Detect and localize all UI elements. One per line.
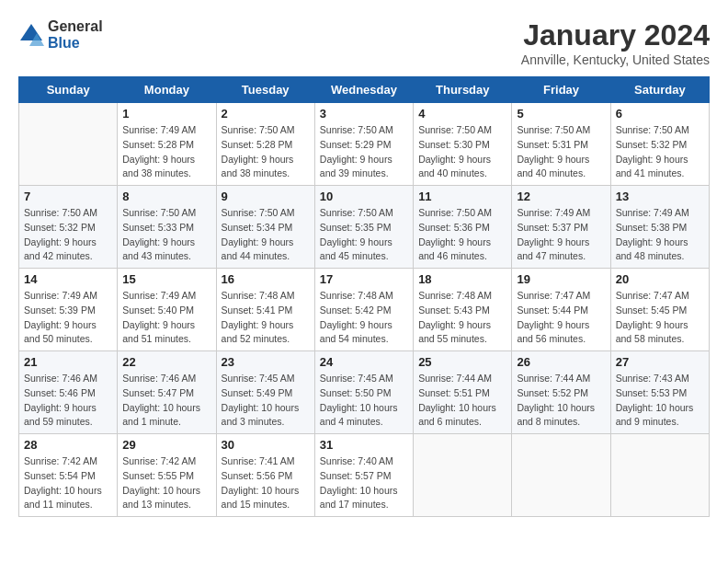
calendar-cell-w1-d5: 5Sunrise: 7:50 AM Sunset: 5:31 PM Daylig… [512, 103, 610, 186]
day-number: 10 [320, 190, 408, 203]
weekday-header-thursday: Thursday [414, 77, 512, 103]
day-info: Sunrise: 7:45 AM Sunset: 5:50 PM Dayligh… [320, 372, 408, 430]
day-number: 1 [122, 107, 210, 121]
logo-blue: Blue [48, 35, 80, 51]
calendar-cell-w5-d1: 29Sunrise: 7:42 AM Sunset: 5:55 PM Dayli… [118, 434, 216, 517]
day-info: Sunrise: 7:43 AM Sunset: 5:53 PM Dayligh… [616, 372, 704, 430]
calendar-cell-w3-d6: 20Sunrise: 7:47 AM Sunset: 5:45 PM Dayli… [610, 269, 709, 351]
day-info: Sunrise: 7:50 AM Sunset: 5:32 PM Dayligh… [616, 123, 704, 181]
calendar-cell-w1-d2: 2Sunrise: 7:50 AM Sunset: 5:28 PM Daylig… [216, 103, 314, 186]
day-info: Sunrise: 7:48 AM Sunset: 5:41 PM Dayligh… [222, 289, 310, 347]
calendar-cell-w4-d5: 26Sunrise: 7:44 AM Sunset: 5:52 PM Dayli… [512, 351, 610, 434]
calendar-body: 1Sunrise: 7:49 AM Sunset: 5:28 PM Daylig… [19, 103, 710, 517]
weekday-header-saturday: Saturday [610, 77, 709, 103]
weekday-header-monday: Monday [118, 77, 216, 103]
calendar-week-3: 14Sunrise: 7:49 AM Sunset: 5:39 PM Dayli… [19, 269, 710, 351]
calendar-cell-w5-d2: 30Sunrise: 7:41 AM Sunset: 5:56 PM Dayli… [216, 434, 314, 517]
calendar-week-5: 28Sunrise: 7:42 AM Sunset: 5:54 PM Dayli… [19, 434, 710, 517]
day-info: Sunrise: 7:49 AM Sunset: 5:38 PM Dayligh… [616, 206, 704, 264]
day-number: 20 [616, 272, 704, 286]
day-number: 31 [320, 438, 408, 452]
calendar-cell-w1-d6: 6Sunrise: 7:50 AM Sunset: 5:32 PM Daylig… [610, 103, 709, 186]
calendar-cell-w3-d1: 15Sunrise: 7:49 AM Sunset: 5:40 PM Dayli… [118, 269, 216, 351]
day-number: 28 [24, 438, 112, 452]
calendar-cell-w4-d4: 25Sunrise: 7:44 AM Sunset: 5:51 PM Dayli… [414, 351, 512, 434]
day-info: Sunrise: 7:44 AM Sunset: 5:52 PM Dayligh… [517, 372, 605, 430]
day-info: Sunrise: 7:47 AM Sunset: 5:44 PM Dayligh… [517, 289, 605, 347]
calendar-week-4: 21Sunrise: 7:46 AM Sunset: 5:46 PM Dayli… [19, 351, 710, 434]
day-info: Sunrise: 7:50 AM Sunset: 5:36 PM Dayligh… [418, 206, 506, 264]
day-info: Sunrise: 7:44 AM Sunset: 5:51 PM Dayligh… [418, 372, 506, 430]
calendar-cell-w2-d0: 7Sunrise: 7:50 AM Sunset: 5:32 PM Daylig… [19, 186, 118, 269]
day-info: Sunrise: 7:50 AM Sunset: 5:34 PM Dayligh… [222, 206, 310, 264]
logo-icon [18, 22, 44, 48]
day-info: Sunrise: 7:50 AM Sunset: 5:29 PM Dayligh… [320, 123, 408, 181]
day-info: Sunrise: 7:50 AM Sunset: 5:28 PM Dayligh… [222, 123, 310, 181]
day-number: 9 [222, 190, 310, 203]
calendar-cell-w5-d4 [414, 434, 512, 517]
location-subtitle: Annville, Kentucky, United States [521, 52, 710, 67]
day-info: Sunrise: 7:42 AM Sunset: 5:55 PM Dayligh… [122, 454, 210, 512]
calendar-cell-w5-d5 [512, 434, 610, 517]
day-info: Sunrise: 7:50 AM Sunset: 5:33 PM Dayligh… [122, 206, 210, 264]
day-info: Sunrise: 7:50 AM Sunset: 5:30 PM Dayligh… [418, 123, 506, 181]
day-info: Sunrise: 7:46 AM Sunset: 5:46 PM Dayligh… [24, 372, 112, 430]
calendar-cell-w2-d2: 9Sunrise: 7:50 AM Sunset: 5:34 PM Daylig… [216, 186, 314, 269]
day-info: Sunrise: 7:41 AM Sunset: 5:56 PM Dayligh… [222, 454, 310, 512]
day-number: 25 [418, 355, 506, 369]
day-number: 26 [517, 355, 605, 369]
day-info: Sunrise: 7:50 AM Sunset: 5:32 PM Dayligh… [24, 206, 112, 264]
day-info: Sunrise: 7:40 AM Sunset: 5:57 PM Dayligh… [320, 454, 408, 512]
logo: General Blue [18, 18, 103, 52]
day-number: 12 [517, 190, 605, 203]
logo-text: General Blue [48, 18, 103, 52]
calendar-cell-w2-d1: 8Sunrise: 7:50 AM Sunset: 5:33 PM Daylig… [118, 186, 216, 269]
weekday-header-row: SundayMondayTuesdayWednesdayThursdayFrid… [19, 77, 710, 103]
day-number: 17 [320, 272, 408, 286]
calendar-cell-w4-d0: 21Sunrise: 7:46 AM Sunset: 5:46 PM Dayli… [19, 351, 118, 434]
calendar-cell-w4-d2: 23Sunrise: 7:45 AM Sunset: 5:49 PM Dayli… [216, 351, 314, 434]
calendar-cell-w2-d4: 11Sunrise: 7:50 AM Sunset: 5:36 PM Dayli… [414, 186, 512, 269]
day-number: 2 [222, 107, 310, 121]
day-number: 23 [222, 355, 310, 369]
day-info: Sunrise: 7:50 AM Sunset: 5:35 PM Dayligh… [320, 206, 408, 264]
calendar-table: SundayMondayTuesdayWednesdayThursdayFrid… [18, 76, 710, 517]
day-number: 13 [616, 190, 704, 203]
calendar-week-2: 7Sunrise: 7:50 AM Sunset: 5:32 PM Daylig… [19, 186, 710, 269]
calendar-cell-w5-d6 [610, 434, 709, 517]
day-number: 22 [122, 355, 210, 369]
day-number: 19 [517, 272, 605, 286]
calendar-cell-w5-d3: 31Sunrise: 7:40 AM Sunset: 5:57 PM Dayli… [314, 434, 413, 517]
calendar-cell-w2-d6: 13Sunrise: 7:49 AM Sunset: 5:38 PM Dayli… [610, 186, 709, 269]
calendar-cell-w3-d0: 14Sunrise: 7:49 AM Sunset: 5:39 PM Dayli… [19, 269, 118, 351]
day-number: 4 [418, 107, 506, 121]
weekday-header-tuesday: Tuesday [216, 77, 314, 103]
day-info: Sunrise: 7:49 AM Sunset: 5:40 PM Dayligh… [122, 289, 210, 347]
day-info: Sunrise: 7:48 AM Sunset: 5:42 PM Dayligh… [320, 289, 408, 347]
calendar-cell-w1-d1: 1Sunrise: 7:49 AM Sunset: 5:28 PM Daylig… [118, 103, 216, 186]
calendar-cell-w5-d0: 28Sunrise: 7:42 AM Sunset: 5:54 PM Dayli… [19, 434, 118, 517]
month-title: January 2024 [521, 18, 710, 52]
calendar-cell-w3-d5: 19Sunrise: 7:47 AM Sunset: 5:44 PM Dayli… [512, 269, 610, 351]
calendar-cell-w4-d1: 22Sunrise: 7:46 AM Sunset: 5:47 PM Dayli… [118, 351, 216, 434]
calendar-header: SundayMondayTuesdayWednesdayThursdayFrid… [19, 77, 710, 103]
calendar-cell-w3-d2: 16Sunrise: 7:48 AM Sunset: 5:41 PM Dayli… [216, 269, 314, 351]
day-info: Sunrise: 7:50 AM Sunset: 5:31 PM Dayligh… [517, 123, 605, 181]
day-number: 18 [418, 272, 506, 286]
day-info: Sunrise: 7:45 AM Sunset: 5:49 PM Dayligh… [222, 372, 310, 430]
day-number: 16 [222, 272, 310, 286]
day-info: Sunrise: 7:46 AM Sunset: 5:47 PM Dayligh… [122, 372, 210, 430]
day-info: Sunrise: 7:47 AM Sunset: 5:45 PM Dayligh… [616, 289, 704, 347]
calendar-cell-w1-d4: 4Sunrise: 7:50 AM Sunset: 5:30 PM Daylig… [414, 103, 512, 186]
day-number: 11 [418, 190, 506, 203]
calendar-cell-w3-d4: 18Sunrise: 7:48 AM Sunset: 5:43 PM Dayli… [414, 269, 512, 351]
day-number: 8 [122, 190, 210, 203]
day-number: 27 [616, 355, 704, 369]
calendar-cell-w4-d3: 24Sunrise: 7:45 AM Sunset: 5:50 PM Dayli… [314, 351, 413, 434]
day-number: 30 [222, 438, 310, 452]
day-info: Sunrise: 7:42 AM Sunset: 5:54 PM Dayligh… [24, 454, 112, 512]
day-number: 21 [24, 355, 112, 369]
day-number: 15 [122, 272, 210, 286]
page-header: General Blue January 2024 Annville, Kent… [18, 18, 710, 67]
title-block: January 2024 Annville, Kentucky, United … [521, 18, 710, 67]
